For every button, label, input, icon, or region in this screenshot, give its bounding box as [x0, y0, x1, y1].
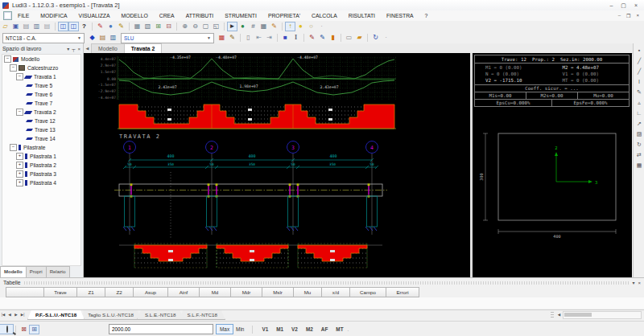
- column-header-trave[interactable]: Trave: [43, 287, 77, 297]
- annotate-icon[interactable]: ✎: [269, 22, 279, 31]
- close-icon[interactable]: ×: [77, 47, 80, 51]
- tree-item-trave-5[interactable]: Trave 5: [2, 81, 80, 90]
- tree-item-trave-6[interactable]: Trave 6: [2, 90, 80, 99]
- tree-item-pilastrate[interactable]: −Pilastrate: [2, 143, 80, 152]
- chevron-down-icon[interactable]: ▾: [632, 280, 634, 285]
- tree-item-trave-12[interactable]: Trave 12: [2, 117, 80, 125]
- max-button[interactable]: Max: [217, 325, 233, 334]
- solid-icon[interactable]: ■: [280, 33, 291, 43]
- sketch-icon[interactable]: ✎: [116, 22, 126, 31]
- grid-icon[interactable]: #: [248, 22, 258, 31]
- min-button[interactable]: Min: [233, 325, 247, 334]
- tab-scroll-left-icon[interactable]: ◀: [84, 44, 91, 53]
- table-body[interactable]: [0, 297, 644, 309]
- toggle-af[interactable]: AF: [317, 326, 332, 332]
- bulb-icon[interactable]: ●: [295, 22, 306, 31]
- angle-icon[interactable]: ∟: [634, 108, 644, 118]
- pin-icon[interactable]: ┬: [72, 47, 75, 51]
- tree-item-modello[interactable]: −Modello: [2, 55, 80, 64]
- menu-proprieta[interactable]: PROPRIETA': [262, 10, 306, 21]
- menu-attributi[interactable]: ATTRIBUTI: [180, 10, 220, 21]
- prev-section-icon[interactable]: ⊠: [19, 325, 29, 334]
- scrollbar-track[interactable]: [563, 311, 642, 319]
- rotate-icon[interactable]: ↻: [634, 139, 644, 150]
- expander-icon[interactable]: −: [10, 64, 17, 72]
- toggle-v1[interactable]: V1: [258, 326, 272, 332]
- column-header-mu[interactable]: Mu: [293, 287, 322, 297]
- tree-item-trave-14[interactable]: Trave 14: [2, 134, 80, 143]
- edit-icon[interactable]: ✎: [95, 22, 105, 31]
- column-header-campo[interactable]: Campo: [349, 287, 386, 297]
- help-icon[interactable]: ?: [79, 22, 89, 31]
- folder-icon[interactable]: ▰: [354, 33, 365, 43]
- tree-item-pilastrata-3[interactable]: +Pilastrata 3: [2, 170, 80, 178]
- tree-item-trave-7[interactable]: Trave 7: [2, 99, 80, 108]
- triangle-icon[interactable]: ▵: [634, 97, 644, 108]
- open-icon[interactable]: ▱: [0, 22, 10, 31]
- combination-combobox[interactable]: SLU ▼: [121, 33, 214, 43]
- tree-item-travata-1[interactable]: −Travata 1: [2, 72, 80, 81]
- toggle-v2[interactable]: V2: [287, 326, 302, 332]
- tab-relazio[interactable]: Relazio: [46, 266, 70, 277]
- overflow-icon[interactable]: ·: [381, 33, 391, 43]
- up-icon[interactable]: ↑: [285, 22, 295, 31]
- expander-icon[interactable]: +: [16, 170, 23, 178]
- globe-icon[interactable]: ●: [237, 22, 248, 31]
- menu-risultati[interactable]: RISULTATI: [343, 10, 381, 21]
- menu-modello[interactable]: MODELLO: [116, 10, 154, 21]
- orange-box-icon[interactable]: ▮: [328, 33, 338, 43]
- toggle-m2[interactable]: M2: [302, 326, 317, 332]
- column-header-z1[interactable]: Z1: [76, 287, 105, 297]
- column-header-mdr[interactable]: Mdr: [230, 287, 262, 297]
- tree-item-pilastrata-1[interactable]: +Pilastrata 1: [2, 152, 80, 161]
- menu-calcola[interactable]: CALCOLA: [306, 10, 343, 21]
- splitter-grip[interactable]: [551, 312, 554, 318]
- pencil-icon[interactable]: ✎: [634, 87, 644, 97]
- hatch-icon[interactable]: ▨: [634, 129, 644, 139]
- report-icon[interactable]: ✎: [227, 33, 237, 43]
- save-icon[interactable]: ▣: [10, 22, 21, 31]
- design-check-icon[interactable]: ◆: [87, 33, 97, 43]
- overflow-icon[interactable]: .: [348, 326, 349, 332]
- refresh-icon[interactable]: ↻: [370, 33, 381, 43]
- tree-item-calcestruzzo[interactable]: −Calcestruzzo: [2, 64, 80, 72]
- column-header-errori[interactable]: Errori: [386, 287, 419, 297]
- close-icon[interactable]: ×: [634, 2, 638, 9]
- preview-icon[interactable]: ▤: [42, 22, 52, 31]
- column-icon[interactable]: ▯: [243, 33, 254, 43]
- table-edit-icon[interactable]: ▦: [634, 160, 644, 170]
- section-icon[interactable]: ▧: [142, 22, 153, 31]
- column-header-z2[interactable]: Z2: [105, 287, 134, 297]
- close-icon[interactable]: ×: [638, 281, 641, 285]
- tab-modello[interactable]: Modello: [0, 266, 27, 277]
- zoom-extents-icon[interactable]: ◱: [211, 22, 221, 31]
- window-view-icon[interactable]: ◫: [68, 22, 79, 31]
- tree-item-travata-2[interactable]: −Travata 2: [2, 108, 80, 117]
- beam-section-icon[interactable]: I: [291, 33, 301, 43]
- expander-icon[interactable]: +: [16, 162, 23, 169]
- bulb-dim-icon[interactable]: ○: [306, 22, 316, 31]
- column-header-md[interactable]: Md: [199, 287, 231, 297]
- remove-icon[interactable]: ⊟: [163, 22, 174, 31]
- expander-icon[interactable]: −: [16, 109, 23, 116]
- column-header-asup[interactable]: Asup: [133, 287, 168, 297]
- expander-icon[interactable]: −: [4, 55, 11, 63]
- zoom-out-icon[interactable]: ⊖: [190, 22, 200, 31]
- expander-icon[interactable]: +: [16, 153, 23, 160]
- shift-right-icon[interactable]: ⇥: [264, 33, 275, 43]
- pencil-blue-icon[interactable]: ✎: [317, 33, 328, 43]
- zoom-window-icon[interactable]: ▢: [200, 22, 211, 31]
- copy-icon[interactable]: ▤: [21, 22, 31, 31]
- column-header-blank[interactable]: [6, 287, 44, 297]
- select-icon[interactable]: ►: [227, 22, 237, 31]
- tree-item-trave-13[interactable]: Trave 13: [2, 125, 80, 134]
- tree-item-pilastrata-2[interactable]: +Pilastrata 2: [2, 161, 80, 170]
- menu-strumenti[interactable]: STRUMENTI: [219, 10, 262, 21]
- inspect-button[interactable]: [0, 325, 13, 334]
- polyline-icon[interactable]: ╱: [634, 66, 644, 76]
- window-model-icon[interactable]: ◫: [58, 22, 68, 31]
- toggle-mt[interactable]: MT: [332, 326, 347, 332]
- menu-help[interactable]: ?: [419, 10, 434, 21]
- expander-icon[interactable]: +: [16, 179, 23, 186]
- zoom-in-icon[interactable]: ⊕: [180, 22, 190, 31]
